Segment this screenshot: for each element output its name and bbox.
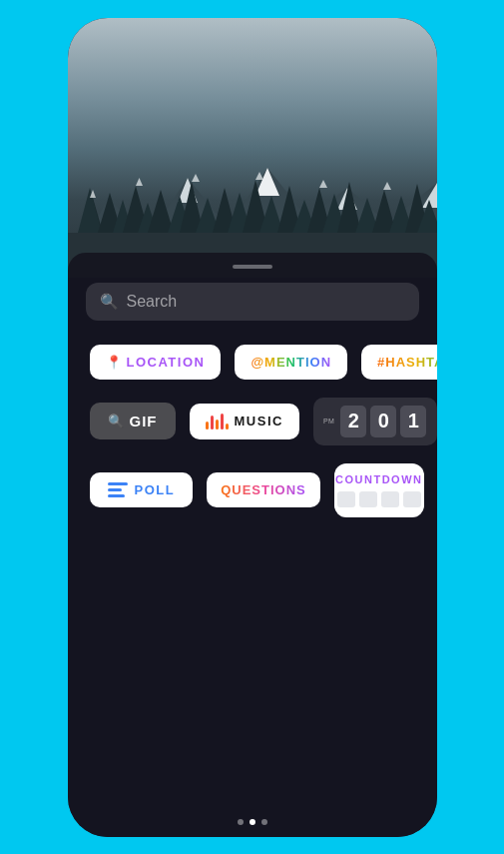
- countdown-block-2: [359, 491, 377, 507]
- hashtag-label: #HASHTAG: [377, 355, 436, 370]
- dot-2: [250, 819, 255, 825]
- countdown-block-4: [403, 491, 421, 507]
- sticker-row-3: POLL QUESTIONS COUNTDOWN: [86, 463, 419, 517]
- countdown-blocks: [337, 491, 421, 507]
- svg-marker-32: [192, 174, 200, 182]
- drag-handle: [233, 265, 272, 269]
- search-bar[interactable]: 🔍 Search: [86, 283, 419, 321]
- music-label: MUSIC: [235, 414, 283, 428]
- music-bars-icon: [206, 414, 229, 429]
- svg-marker-31: [136, 178, 143, 186]
- location-label: LOCATION: [127, 355, 206, 370]
- countdown-block-3: [381, 491, 399, 507]
- sticker-location[interactable]: 📍 LOCATION: [90, 345, 222, 380]
- questions-label: QUESTIONS: [221, 482, 306, 497]
- svg-marker-35: [383, 182, 391, 190]
- sticker-questions[interactable]: QUESTIONS: [207, 472, 320, 507]
- svg-marker-7: [78, 188, 102, 233]
- gif-search-icon: 🔍: [108, 414, 124, 428]
- dot-1: [238, 819, 244, 825]
- sticker-gif[interactable]: 🔍 GIF: [90, 403, 176, 439]
- background-photo: [68, 18, 437, 278]
- sticker-music[interactable]: MUSIC: [190, 404, 299, 439]
- page-dots: [68, 819, 437, 825]
- svg-marker-34: [319, 180, 327, 188]
- time-digit-1: 1: [400, 406, 426, 437]
- time-digit-2: 2: [340, 406, 366, 437]
- phone-frame: 🔍 Search 📍 LOCATION @MENTION #HASHTAG: [68, 18, 437, 837]
- search-icon: 🔍: [100, 293, 119, 311]
- mention-label: @MENTION: [251, 355, 331, 370]
- sticker-grid: 📍 LOCATION @MENTION #HASHTAG 🔍 GIF: [86, 345, 419, 517]
- time-period-label: PM: [323, 418, 335, 425]
- sticker-countdown[interactable]: COUNTDOWN: [334, 463, 424, 517]
- dot-3: [261, 819, 267, 825]
- sticker-row-2: 🔍 GIF MUSIC PM 2 0: [86, 398, 419, 445]
- sticker-time[interactable]: PM 2 0 1: [313, 398, 437, 445]
- search-placeholder: Search: [127, 293, 178, 311]
- countdown-label: COUNTDOWN: [335, 473, 422, 485]
- sticker-mention[interactable]: @MENTION: [235, 345, 347, 380]
- time-digit-0: 0: [370, 406, 396, 437]
- sticker-hashtag[interactable]: #HASHTAG: [361, 345, 436, 380]
- sticker-row-1: 📍 LOCATION @MENTION #HASHTAG: [86, 345, 419, 380]
- sticker-poll[interactable]: POLL: [90, 472, 194, 507]
- poll-label: POLL: [135, 482, 176, 497]
- location-pin-icon: 📍: [106, 355, 122, 370]
- poll-lines-icon: [108, 482, 128, 497]
- countdown-block-1: [337, 491, 355, 507]
- gif-label: GIF: [130, 413, 158, 429]
- overlay-panel: 🔍 Search 📍 LOCATION @MENTION #HASHTAG: [68, 253, 437, 837]
